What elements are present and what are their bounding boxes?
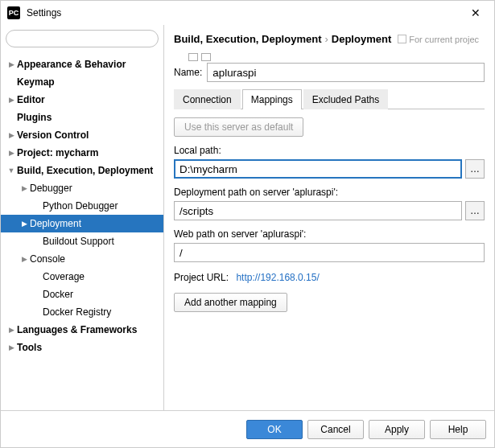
- help-button[interactable]: Help: [430, 420, 486, 439]
- scope-label: For current projec: [398, 35, 479, 44]
- mappings-panel: Use this server as default Local path: ……: [174, 109, 485, 410]
- chevron-right-icon: ▶: [6, 147, 17, 158]
- tree-item-python-debugger[interactable]: Python Debugger: [1, 197, 163, 215]
- settings-tree: ▶Appearance & Behavior Keymap ▶Editor Pl…: [1, 52, 163, 410]
- chevron-right-icon: ›: [324, 33, 328, 45]
- chevron-right-icon: ▶: [19, 183, 30, 194]
- deployment-path-label: Deployment path on server 'apluraspi':: [174, 187, 485, 198]
- ellipsis-icon: …: [470, 163, 480, 175]
- toolbar-icon[interactable]: [188, 53, 198, 61]
- project-icon: [398, 35, 406, 43]
- tree-item-tools[interactable]: ▶Tools: [1, 339, 163, 356]
- browse-button[interactable]: …: [465, 201, 485, 220]
- breadcrumb-part: Build, Execution, Deployment: [174, 33, 321, 45]
- use-server-default-button[interactable]: Use this server as default: [174, 117, 303, 137]
- project-url-row: Project URL: http://192.168.0.15/: [174, 272, 485, 283]
- cancel-button[interactable]: Cancel: [307, 420, 364, 439]
- dialog-footer: OK Cancel Apply Help: [1, 410, 494, 447]
- app-icon: PC: [7, 6, 20, 19]
- project-url-label: Project URL:: [174, 272, 229, 283]
- chevron-down-icon: ▼: [6, 165, 17, 176]
- web-path-label: Web path on server 'apluraspi':: [174, 228, 485, 240]
- tree-item-coverage[interactable]: Coverage: [1, 268, 163, 286]
- toolbar-icon[interactable]: [201, 53, 211, 61]
- web-path-input[interactable]: [174, 243, 485, 262]
- tree-item-docker-registry[interactable]: Docker Registry: [1, 303, 163, 321]
- toolbar-icons: [188, 53, 485, 61]
- chevron-right-icon: ▶: [19, 218, 30, 229]
- content-pane: Build, Execution, Deployment › Deploymen…: [164, 25, 494, 410]
- tree-item-plugins[interactable]: Plugins: [1, 109, 163, 126]
- name-input[interactable]: [207, 63, 485, 82]
- tree-item-project[interactable]: ▶Project: mycharm: [1, 144, 163, 162]
- tree-item-console[interactable]: ▶Console: [1, 250, 163, 268]
- local-path-input[interactable]: [174, 159, 462, 179]
- tree-item-debugger[interactable]: ▶Debugger: [1, 179, 163, 197]
- tree-item-deployment[interactable]: ▶Deployment: [1, 215, 163, 232]
- close-icon[interactable]: ✕: [464, 6, 488, 19]
- tabs: Connection Mappings Excluded Paths: [174, 88, 485, 109]
- breadcrumb-part: Deployment: [332, 33, 391, 45]
- chevron-right-icon: ▶: [6, 59, 17, 70]
- add-mapping-button[interactable]: Add another mapping: [174, 293, 287, 312]
- tree-item-docker[interactable]: Docker: [1, 286, 163, 303]
- chevron-right-icon: ▶: [6, 94, 17, 105]
- breadcrumb: Build, Execution, Deployment › Deploymen…: [174, 33, 485, 45]
- ellipsis-icon: …: [470, 205, 480, 216]
- tab-mappings[interactable]: Mappings: [242, 89, 302, 109]
- tree-item-bed[interactable]: ▼Build, Execution, Deployment: [1, 162, 163, 179]
- deployment-path-input[interactable]: [174, 201, 462, 220]
- browse-button[interactable]: …: [465, 159, 485, 179]
- tree-item-appearance[interactable]: ▶Appearance & Behavior: [1, 55, 163, 73]
- apply-button[interactable]: Apply: [369, 420, 425, 439]
- chevron-right-icon: ▶: [6, 342, 17, 353]
- window-title: Settings: [27, 7, 464, 18]
- chevron-right-icon: ▶: [19, 253, 30, 265]
- tree-item-languages[interactable]: ▶Languages & Frameworks: [1, 321, 163, 339]
- tab-connection[interactable]: Connection: [174, 89, 241, 109]
- tree-item-editor[interactable]: ▶Editor: [1, 91, 163, 109]
- project-url-link[interactable]: http://192.168.0.15/: [236, 272, 319, 283]
- titlebar: PC Settings ✕: [1, 1, 494, 25]
- chevron-right-icon: ▶: [6, 129, 17, 141]
- search-input[interactable]: [6, 30, 159, 47]
- local-path-label: Local path:: [174, 145, 485, 156]
- tree-item-version-control[interactable]: ▶Version Control: [1, 126, 163, 144]
- chevron-right-icon: ▶: [6, 324, 17, 335]
- sidebar: ▶Appearance & Behavior Keymap ▶Editor Pl…: [1, 25, 164, 410]
- ok-button[interactable]: OK: [246, 420, 303, 439]
- tree-item-keymap[interactable]: Keymap: [1, 73, 163, 91]
- tree-item-buildout[interactable]: Buildout Support: [1, 232, 163, 250]
- tab-excluded-paths[interactable]: Excluded Paths: [303, 89, 388, 109]
- name-label: Name:: [174, 67, 202, 78]
